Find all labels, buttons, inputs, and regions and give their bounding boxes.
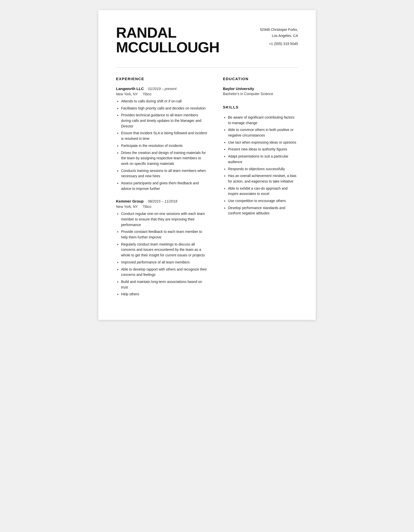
- job-2-location: New York, NY Tibco: [116, 205, 208, 209]
- experience-section: EXPERIENCE Langworth LLC 01/2019 – prese…: [116, 77, 208, 305]
- list-item: Use tact when expressing ideas or opinio…: [228, 140, 298, 145]
- list-item: Use competition to encourage others: [228, 198, 298, 204]
- job-2-city: New York, NY: [116, 205, 138, 209]
- edu-degree: Bachelor's in Computer Science: [223, 92, 298, 96]
- list-item: Improved performance of all team members: [121, 260, 208, 265]
- list-item: Provides technical guidance to all team …: [121, 113, 208, 129]
- job-1-city: New York, NY: [116, 92, 138, 96]
- resume-header: RANDAL MCCULLOUGH 52946 Christoper Forks…: [116, 25, 298, 55]
- list-item: Responds to objections successfully: [228, 166, 298, 172]
- job-1-org: Tibco: [143, 92, 151, 96]
- skills-section: SKILLS Be aware of significant contribut…: [223, 105, 298, 216]
- job-2-company: Kemmer Group: [116, 199, 144, 203]
- list-item: Participate in the resolution of inciden…: [121, 143, 208, 149]
- list-item: Attends to calls during shift or if on-c…: [121, 99, 208, 104]
- job-2-bullets: Conduct regular one-on-one sessions with…: [116, 211, 208, 297]
- job-2: Kemmer Group 08/2015 – 11/2018 New York,…: [116, 199, 208, 297]
- right-column: EDUCATION Baylor University Bachelor's i…: [223, 77, 298, 305]
- list-item: Regularly conduct team meetings to discu…: [121, 242, 208, 258]
- job-1-location: New York, NY Tibco: [116, 92, 208, 96]
- education-section: EDUCATION Baylor University Bachelor's i…: [223, 77, 298, 96]
- list-item: Has an overall achievement mindset, a bi…: [228, 173, 298, 184]
- list-item: Conduct regular one-on-one sessions with…: [121, 211, 208, 228]
- list-item: Adapt presentations to suit a particular…: [228, 154, 298, 165]
- list-item: Ensure that incident SLA is being follow…: [121, 130, 208, 141]
- header-divider: [116, 67, 298, 68]
- experience-title: EXPERIENCE: [116, 77, 208, 81]
- candidate-name: RANDAL MCCULLOUGH: [116, 25, 260, 55]
- list-item: Able to convince others in both positive…: [228, 127, 298, 138]
- job-1-header: Langworth LLC 01/2019 – present: [116, 86, 208, 91]
- name-line1: RANDAL: [116, 25, 260, 40]
- job-1-company: Langworth LLC: [116, 86, 144, 91]
- job-2-header: Kemmer Group 08/2015 – 11/2018: [116, 199, 208, 204]
- address-line2: Los Angeles, CA: [260, 33, 298, 39]
- contact-info: 52946 Christoper Forks, Los Angeles, CA …: [260, 25, 298, 47]
- list-item: Drives the creation and design of traini…: [121, 150, 208, 167]
- job-1-dates: 01/2019 – present: [148, 87, 176, 91]
- skills-list: Be aware of significant contributing fac…: [223, 115, 298, 216]
- job-1-bullets: Attends to calls during shift or if on-c…: [116, 99, 208, 191]
- list-item: Build and maintain long-term association…: [121, 279, 208, 290]
- name-line2: MCCULLOUGH: [116, 40, 260, 55]
- phone-number: +1 (555) 319 5045: [260, 41, 298, 47]
- list-item: Present new ideas to authority figures: [228, 147, 298, 152]
- list-item: Provide constant feedback to each team m…: [121, 229, 208, 240]
- list-item: Facilitates high priority calls and deci…: [121, 106, 208, 111]
- list-item: Assess participants and gives them feedb…: [121, 181, 208, 191]
- job-2-org: Tibco: [143, 205, 151, 209]
- main-content: EXPERIENCE Langworth LLC 01/2019 – prese…: [116, 77, 298, 305]
- job-2-dates: 08/2015 – 11/2018: [148, 199, 177, 203]
- education-title: EDUCATION: [223, 77, 298, 81]
- list-item: Conducts training sessions to all team m…: [121, 168, 208, 179]
- list-item: Able to develop rapport with others and …: [121, 267, 208, 278]
- address-line1: 52946 Christoper Forks,: [260, 27, 298, 33]
- edu-school: Baylor University: [223, 86, 298, 91]
- resume-document: RANDAL MCCULLOUGH 52946 Christoper Forks…: [98, 10, 316, 320]
- job-1: Langworth LLC 01/2019 – present New York…: [116, 86, 208, 191]
- list-item: Be aware of significant contributing fac…: [228, 115, 298, 126]
- list-item: Able to exhibit a can-do approach and in…: [228, 186, 298, 197]
- skills-title: SKILLS: [223, 105, 298, 109]
- list-item: Develop performance standards and confro…: [228, 205, 298, 216]
- list-item: Help others: [121, 292, 208, 297]
